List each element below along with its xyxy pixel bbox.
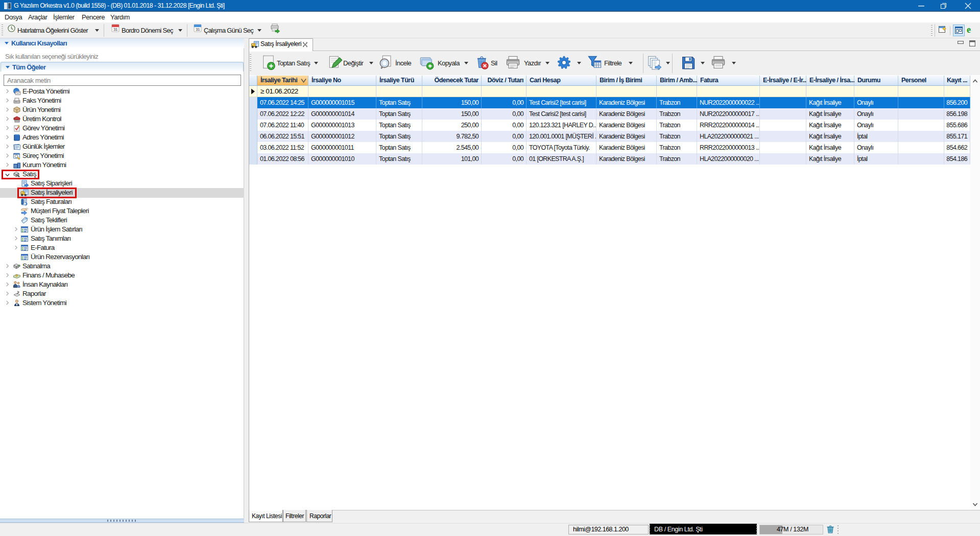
svg-text:31: 31 [196,27,200,32]
svg-text:31: 31 [113,27,118,32]
